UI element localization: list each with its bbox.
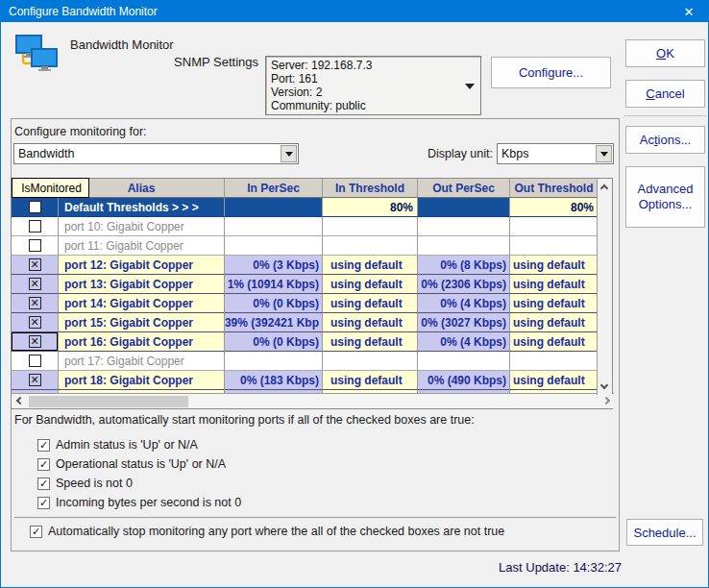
alias-cell[interactable]: port 15: Gigabit Copper	[59, 313, 225, 332]
unchecked-checkbox-icon[interactable]	[29, 201, 41, 213]
alias-cell[interactable]: port 10: Gigabit Copper	[59, 217, 225, 236]
scroll-left-icon[interactable]	[16, 397, 24, 404]
alias-cell[interactable]: port 14: Gigabit Copper	[59, 294, 225, 313]
alias-cell[interactable]: port 11: Gigabit Copper	[59, 236, 225, 256]
out-threshold-cell[interactable]	[510, 217, 599, 236]
out-threshold-cell[interactable]: using default	[510, 294, 599, 313]
scroll-down-icon[interactable]	[600, 381, 608, 389]
out-threshold-cell[interactable]: using default	[510, 256, 599, 275]
out-threshold-cell[interactable]	[510, 352, 599, 371]
out-threshold-cell[interactable]: using default	[510, 313, 599, 332]
configure-button[interactable]: Configure...	[491, 57, 611, 88]
column-header-ismonitored[interactable]: IsMonitored	[12, 178, 89, 198]
out-persec-cell[interactable]	[418, 217, 510, 236]
scroll-up-icon[interactable]	[600, 184, 608, 192]
in-persec-cell[interactable]: 0% (0 Kbps)	[225, 294, 323, 313]
titlebar[interactable]: Configure Bandwidth Monitor ✕	[1, 1, 708, 22]
vertical-scrollbar[interactable]	[597, 179, 612, 395]
in-threshold-cell[interactable]	[323, 352, 418, 371]
actions-button[interactable]: Actions...	[625, 126, 705, 154]
in-threshold-cell[interactable]: using default	[323, 294, 418, 313]
out-threshold-cell[interactable]: 80%	[510, 198, 599, 217]
alias-cell[interactable]: port 13: Gigabit Copper	[59, 275, 225, 294]
out-persec-cell[interactable]	[418, 352, 510, 371]
alias-cell[interactable]: Default Thresholds > > >	[59, 198, 225, 217]
ismonitored-cell[interactable]: ✕	[12, 275, 59, 294]
alias-cell[interactable]: port 16: Gigabit Copper	[59, 332, 225, 352]
column-header-in-threshold[interactable]: In Threshold	[323, 179, 418, 197]
out-threshold-cell[interactable]	[510, 236, 599, 256]
out-threshold-cell[interactable]: using default	[510, 332, 599, 352]
checked-checkbox-icon[interactable]: ✓	[37, 478, 50, 490]
column-header-out-persec[interactable]: Out PerSec	[418, 179, 510, 197]
out-threshold-cell[interactable]: using default	[510, 371, 599, 390]
ismonitored-cell[interactable]: ✕	[12, 332, 59, 352]
in-threshold-cell[interactable]: using default	[323, 371, 418, 390]
in-persec-cell[interactable]	[225, 236, 323, 256]
unchecked-checkbox-icon[interactable]	[29, 239, 41, 252]
schedule-button[interactable]: Schedule...	[626, 519, 703, 546]
ismonitored-cell[interactable]	[12, 217, 59, 236]
out-persec-cell[interactable]: 0% (2306 Kbps)	[418, 275, 510, 294]
snmp-settings-dropdown[interactable]: Server: 192.168.7.3 Port: 161 Version: 2…	[265, 56, 481, 115]
cancel-button[interactable]: Cancel	[625, 80, 705, 108]
in-threshold-cell[interactable]: 80%	[323, 198, 418, 217]
out-persec-cell[interactable]: 0% (4 Kbps)	[418, 332, 510, 352]
close-icon[interactable]: ✕	[670, 1, 708, 22]
in-threshold-cell[interactable]: using default	[323, 313, 418, 332]
alias-cell[interactable]: port 18: Gigabit Copper	[59, 371, 225, 390]
in-persec-cell[interactable]	[225, 352, 323, 371]
out-persec-cell[interactable]	[418, 236, 510, 256]
out-persec-cell[interactable]: 0% (8 Kbps)	[418, 256, 510, 275]
chevron-down-icon[interactable]	[465, 84, 475, 89]
ismonitored-cell[interactable]: ✕	[12, 256, 59, 275]
in-persec-cell[interactable]	[225, 217, 323, 236]
in-persec-cell[interactable]: 39% (392421 Kbp	[225, 313, 323, 332]
checked-checkbox-icon[interactable]: ✓	[37, 497, 50, 509]
horizontal-scrollbar-thumb[interactable]	[29, 396, 188, 407]
ismonitored-cell[interactable]	[12, 236, 59, 256]
column-header-in-persec[interactable]: In PerSec	[225, 179, 323, 197]
in-persec-cell[interactable]: 0% (183 Kbps)	[225, 371, 323, 390]
ismonitored-cell[interactable]	[12, 198, 59, 217]
out-threshold-cell[interactable]: using default	[510, 275, 599, 294]
column-header-out-threshold[interactable]: Out Threshold	[510, 179, 599, 197]
advanced-options-button[interactable]: Advanced Options...	[625, 166, 705, 228]
in-threshold-cell[interactable]	[323, 217, 418, 236]
alias-cell[interactable]: port 12: Gigabit Copper	[59, 256, 225, 275]
horizontal-scrollbar[interactable]	[12, 393, 614, 408]
checked-checkbox-icon[interactable]: ✕	[29, 316, 41, 329]
out-persec-cell[interactable]: 0% (4 Kbps)	[418, 294, 510, 313]
in-threshold-cell[interactable]: using default	[323, 256, 418, 275]
out-persec-cell[interactable]	[418, 198, 510, 217]
checked-checkbox-icon[interactable]: ✕	[29, 278, 41, 290]
ismonitored-cell[interactable]	[12, 352, 59, 371]
ismonitored-cell[interactable]: ✕	[12, 371, 59, 390]
checked-checkbox-icon[interactable]: ✓	[37, 458, 50, 471]
checked-checkbox-icon[interactable]: ✕	[29, 374, 41, 386]
ok-button[interactable]: OK	[625, 39, 705, 67]
checked-checkbox-icon[interactable]: ✕	[29, 258, 41, 271]
checked-checkbox-icon[interactable]: ✕	[29, 297, 41, 309]
out-persec-cell[interactable]: 0% (490 Kbps)	[418, 371, 510, 390]
in-persec-cell[interactable]	[225, 198, 323, 217]
chevron-down-icon[interactable]	[281, 145, 297, 162]
ismonitored-cell[interactable]: ✕	[12, 294, 59, 313]
checked-checkbox-icon[interactable]: ✓	[30, 526, 42, 538]
in-persec-cell[interactable]: 0% (3 Kbps)	[225, 256, 323, 275]
checked-checkbox-icon[interactable]: ✓	[37, 439, 50, 452]
chevron-down-icon[interactable]	[596, 145, 612, 162]
in-threshold-cell[interactable]: using default	[323, 275, 418, 294]
in-threshold-cell[interactable]: using default	[323, 332, 418, 352]
in-persec-cell[interactable]: 1% (10914 Kbps)	[225, 275, 323, 294]
unchecked-checkbox-icon[interactable]	[29, 220, 41, 233]
checked-checkbox-icon[interactable]: ✕	[29, 335, 41, 348]
ismonitored-cell[interactable]: ✕	[12, 313, 59, 332]
unchecked-checkbox-icon[interactable]	[29, 355, 41, 367]
in-threshold-cell[interactable]	[323, 236, 418, 256]
display-unit-select[interactable]: Kbps	[497, 143, 614, 164]
in-persec-cell[interactable]: 0% (0 Kbps)	[225, 332, 323, 352]
scroll-right-icon[interactable]	[602, 397, 610, 404]
alias-cell[interactable]: port 17: Gigabit Copper	[59, 352, 225, 371]
configure-for-select[interactable]: Bandwidth	[13, 143, 299, 164]
